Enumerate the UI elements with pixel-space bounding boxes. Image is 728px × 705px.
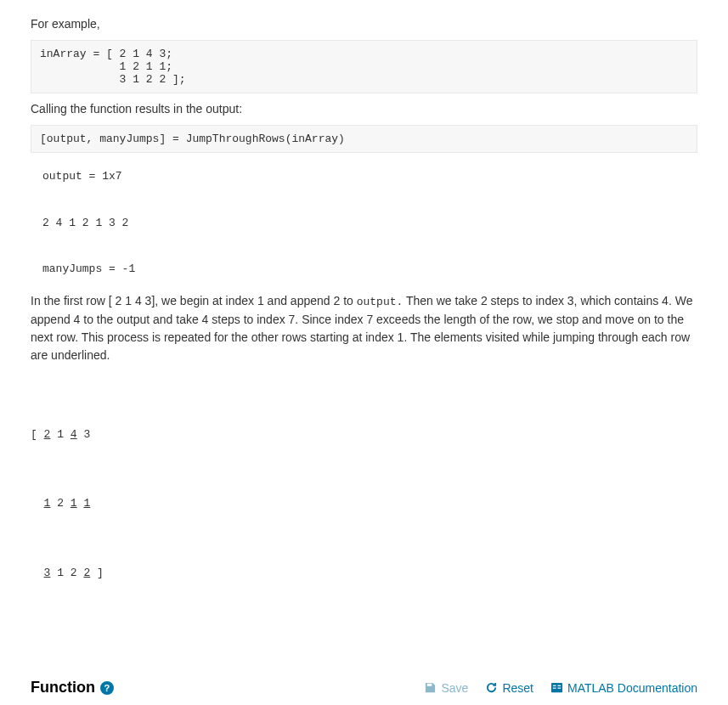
- svg-rect-2: [553, 688, 556, 689]
- matrix-display: [ 2 1 4 3 1 2 1 1 3 1 2 2 ]: [31, 371, 697, 636]
- matrix-row-3: 3 1 2 2 ]: [31, 561, 697, 584]
- call-code-block: [output, manyJumps] = JumpThroughRows(in…: [31, 125, 697, 153]
- matrix-row-2: 1 2 1 1: [31, 492, 697, 515]
- doc-button[interactable]: MATLAB Documentation: [550, 681, 697, 695]
- svg-rect-3: [557, 685, 561, 686]
- reset-button[interactable]: Reset: [485, 681, 533, 695]
- save-button[interactable]: Save: [424, 681, 468, 695]
- save-icon: [424, 681, 437, 694]
- explain-part-a: In the first row [ 2 1 4 3], we begin at…: [31, 294, 357, 307]
- example-code-block: inArray = [ 2 1 4 3; 1 2 1 1; 3 1 2 2 ];: [31, 40, 697, 93]
- page-container: For example, inArray = [ 2 1 4 3; 1 2 1 …: [0, 0, 728, 705]
- result-block: output = 1x7 2 4 1 2 1 3 2 manyJumps = -…: [31, 160, 697, 285]
- inline-code-output: output.: [357, 296, 404, 308]
- svg-rect-1: [553, 685, 556, 686]
- doc-label: MATLAB Documentation: [567, 681, 697, 695]
- function-toolbar: Save Reset MATLAB Documentation: [424, 681, 697, 695]
- help-icon[interactable]: ?: [100, 681, 114, 695]
- svg-rect-4: [557, 688, 561, 689]
- reset-icon: [485, 681, 498, 694]
- reset-label: Reset: [502, 681, 533, 695]
- function-title: Function: [31, 679, 95, 697]
- doc-icon: [550, 681, 563, 694]
- calling-text: Calling the function results in the outp…: [31, 100, 697, 118]
- function-title-wrap: Function ?: [31, 679, 114, 697]
- explain-paragraph: In the first row [ 2 1 4 3], we begin at…: [31, 292, 697, 364]
- save-label: Save: [441, 681, 468, 695]
- function-header: Function ? Save Reset MATLAB Documenta: [31, 679, 697, 697]
- for-example-text: For example,: [31, 15, 697, 33]
- matrix-row-1: [ 2 1 4 3: [31, 423, 697, 446]
